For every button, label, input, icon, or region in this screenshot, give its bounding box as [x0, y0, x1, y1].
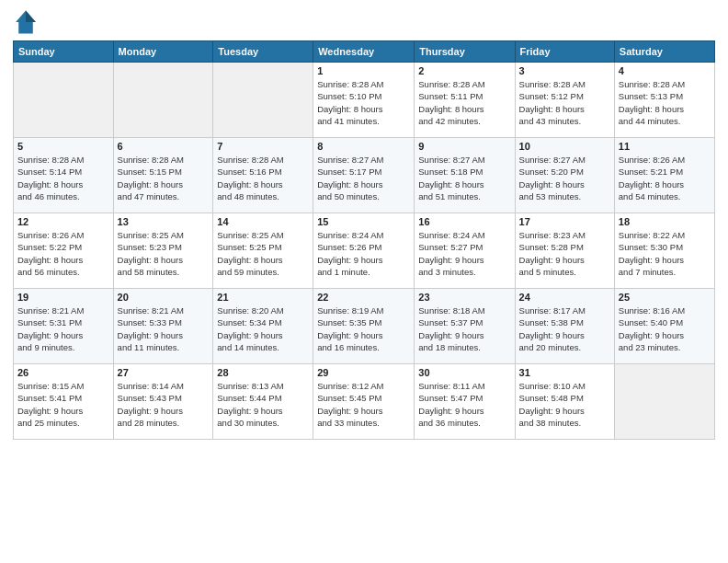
calendar-cell: 24Sunrise: 8:17 AM Sunset: 5:38 PM Dayli… [515, 289, 614, 364]
calendar-cell: 9Sunrise: 8:27 AM Sunset: 5:18 PM Daylig… [415, 138, 515, 213]
day-info: Sunrise: 8:28 AM Sunset: 5:11 PM Dayligh… [418, 78, 510, 127]
weekday-header: Thursday [415, 41, 515, 63]
calendar-cell: 28Sunrise: 8:13 AM Sunset: 5:44 PM Dayli… [213, 364, 313, 440]
calendar-cell: 2Sunrise: 8:28 AM Sunset: 5:11 PM Daylig… [415, 63, 515, 138]
calendar-cell: 4Sunrise: 8:28 AM Sunset: 5:13 PM Daylig… [614, 63, 714, 138]
calendar-cell: 17Sunrise: 8:23 AM Sunset: 5:28 PM Dayli… [515, 213, 614, 289]
day-number: 16 [418, 216, 510, 227]
calendar-cell: 8Sunrise: 8:27 AM Sunset: 5:17 PM Daylig… [313, 138, 415, 213]
calendar-cell: 6Sunrise: 8:28 AM Sunset: 5:15 PM Daylig… [113, 138, 213, 213]
calendar-week-row: 5Sunrise: 8:28 AM Sunset: 5:14 PM Daylig… [14, 138, 715, 213]
day-number: 17 [519, 216, 610, 227]
calendar-header-row: SundayMondayTuesdayWednesdayThursdayFrid… [14, 41, 715, 63]
weekday-header: Sunday [14, 41, 114, 63]
day-number: 25 [619, 292, 711, 303]
day-info: Sunrise: 8:24 AM Sunset: 5:27 PM Dayligh… [418, 229, 510, 278]
day-info: Sunrise: 8:28 AM Sunset: 5:16 PM Dayligh… [217, 154, 309, 202]
calendar-cell: 30Sunrise: 8:11 AM Sunset: 5:47 PM Dayli… [415, 364, 515, 440]
calendar-week-row: 1Sunrise: 8:28 AM Sunset: 5:10 PM Daylig… [14, 63, 715, 138]
calendar-cell [113, 63, 213, 138]
day-info: Sunrise: 8:28 AM Sunset: 5:12 PM Dayligh… [519, 78, 610, 127]
weekday-header: Saturday [614, 41, 714, 63]
day-info: Sunrise: 8:18 AM Sunset: 5:37 PM Dayligh… [418, 304, 510, 353]
day-number: 8 [317, 141, 410, 152]
day-info: Sunrise: 8:15 AM Sunset: 5:41 PM Dayligh… [17, 380, 109, 429]
day-info: Sunrise: 8:22 AM Sunset: 5:30 PM Dayligh… [619, 229, 711, 278]
day-info: Sunrise: 8:20 AM Sunset: 5:34 PM Dayligh… [217, 304, 309, 353]
day-number: 22 [317, 292, 410, 303]
day-number: 7 [217, 141, 309, 152]
day-number: 27 [118, 367, 210, 378]
day-number: 4 [619, 65, 711, 76]
calendar-cell: 15Sunrise: 8:24 AM Sunset: 5:26 PM Dayli… [313, 213, 415, 289]
day-info: Sunrise: 8:28 AM Sunset: 5:14 PM Dayligh… [17, 154, 109, 202]
calendar-cell: 12Sunrise: 8:26 AM Sunset: 5:22 PM Dayli… [14, 213, 114, 289]
logo [13, 9, 42, 35]
day-info: Sunrise: 8:17 AM Sunset: 5:38 PM Dayligh… [519, 304, 610, 353]
main-container: SundayMondayTuesdayWednesdayThursdayFrid… [0, 0, 728, 563]
day-number: 19 [17, 292, 109, 303]
day-number: 9 [418, 141, 510, 152]
day-info: Sunrise: 8:27 AM Sunset: 5:17 PM Dayligh… [317, 154, 410, 202]
weekday-header: Friday [515, 41, 614, 63]
day-info: Sunrise: 8:21 AM Sunset: 5:33 PM Dayligh… [118, 304, 210, 353]
day-info: Sunrise: 8:23 AM Sunset: 5:28 PM Dayligh… [519, 229, 610, 278]
calendar-cell: 7Sunrise: 8:28 AM Sunset: 5:16 PM Daylig… [213, 138, 313, 213]
calendar-week-row: 12Sunrise: 8:26 AM Sunset: 5:22 PM Dayli… [14, 213, 715, 289]
calendar-cell: 10Sunrise: 8:27 AM Sunset: 5:20 PM Dayli… [515, 138, 614, 213]
calendar-cell [213, 63, 313, 138]
day-info: Sunrise: 8:11 AM Sunset: 5:47 PM Dayligh… [418, 380, 510, 429]
svg-marker-1 [26, 11, 36, 22]
day-info: Sunrise: 8:26 AM Sunset: 5:22 PM Dayligh… [17, 229, 109, 278]
calendar-week-row: 19Sunrise: 8:21 AM Sunset: 5:31 PM Dayli… [14, 289, 715, 364]
day-number: 13 [118, 216, 210, 227]
day-number: 11 [619, 141, 711, 152]
day-number: 18 [619, 216, 711, 227]
calendar-cell: 5Sunrise: 8:28 AM Sunset: 5:14 PM Daylig… [14, 138, 114, 213]
day-info: Sunrise: 8:14 AM Sunset: 5:43 PM Dayligh… [118, 380, 210, 429]
calendar-cell: 16Sunrise: 8:24 AM Sunset: 5:27 PM Dayli… [415, 213, 515, 289]
calendar-cell: 11Sunrise: 8:26 AM Sunset: 5:21 PM Dayli… [614, 138, 714, 213]
calendar-cell: 3Sunrise: 8:28 AM Sunset: 5:12 PM Daylig… [515, 63, 614, 138]
calendar-cell: 21Sunrise: 8:20 AM Sunset: 5:34 PM Dayli… [213, 289, 313, 364]
day-number: 12 [17, 216, 109, 227]
calendar-cell: 27Sunrise: 8:14 AM Sunset: 5:43 PM Dayli… [113, 364, 213, 440]
calendar-cell: 14Sunrise: 8:25 AM Sunset: 5:25 PM Dayli… [213, 213, 313, 289]
day-number: 26 [17, 367, 109, 378]
calendar-cell: 26Sunrise: 8:15 AM Sunset: 5:41 PM Dayli… [14, 364, 114, 440]
day-info: Sunrise: 8:28 AM Sunset: 5:15 PM Dayligh… [118, 154, 210, 202]
day-info: Sunrise: 8:25 AM Sunset: 5:23 PM Dayligh… [118, 229, 210, 278]
day-info: Sunrise: 8:16 AM Sunset: 5:40 PM Dayligh… [619, 304, 711, 353]
day-info: Sunrise: 8:25 AM Sunset: 5:25 PM Dayligh… [217, 229, 309, 278]
day-info: Sunrise: 8:12 AM Sunset: 5:45 PM Dayligh… [317, 380, 410, 429]
day-info: Sunrise: 8:10 AM Sunset: 5:48 PM Dayligh… [519, 380, 610, 429]
day-info: Sunrise: 8:27 AM Sunset: 5:20 PM Dayligh… [519, 154, 610, 202]
day-number: 5 [17, 141, 109, 152]
weekday-header: Wednesday [313, 41, 415, 63]
header [13, 9, 715, 35]
day-number: 31 [519, 367, 610, 378]
day-number: 6 [118, 141, 210, 152]
calendar-cell: 1Sunrise: 8:28 AM Sunset: 5:10 PM Daylig… [313, 63, 415, 138]
day-number: 14 [217, 216, 309, 227]
day-number: 15 [317, 216, 410, 227]
day-info: Sunrise: 8:28 AM Sunset: 5:13 PM Dayligh… [619, 78, 711, 127]
calendar-table: SundayMondayTuesdayWednesdayThursdayFrid… [13, 40, 715, 440]
day-number: 28 [217, 367, 309, 378]
day-number: 3 [519, 65, 610, 76]
day-number: 30 [418, 367, 510, 378]
day-number: 2 [418, 65, 510, 76]
day-number: 1 [317, 65, 410, 76]
calendar-cell: 20Sunrise: 8:21 AM Sunset: 5:33 PM Dayli… [113, 289, 213, 364]
day-number: 24 [519, 292, 610, 303]
calendar-cell: 31Sunrise: 8:10 AM Sunset: 5:48 PM Dayli… [515, 364, 614, 440]
calendar-cell: 13Sunrise: 8:25 AM Sunset: 5:23 PM Dayli… [113, 213, 213, 289]
calendar-cell: 25Sunrise: 8:16 AM Sunset: 5:40 PM Dayli… [614, 289, 714, 364]
calendar-cell: 29Sunrise: 8:12 AM Sunset: 5:45 PM Dayli… [313, 364, 415, 440]
day-number: 29 [317, 367, 410, 378]
day-info: Sunrise: 8:13 AM Sunset: 5:44 PM Dayligh… [217, 380, 309, 429]
calendar-week-row: 26Sunrise: 8:15 AM Sunset: 5:41 PM Dayli… [14, 364, 715, 440]
day-number: 23 [418, 292, 510, 303]
weekday-header: Monday [113, 41, 213, 63]
calendar-cell [14, 63, 114, 138]
